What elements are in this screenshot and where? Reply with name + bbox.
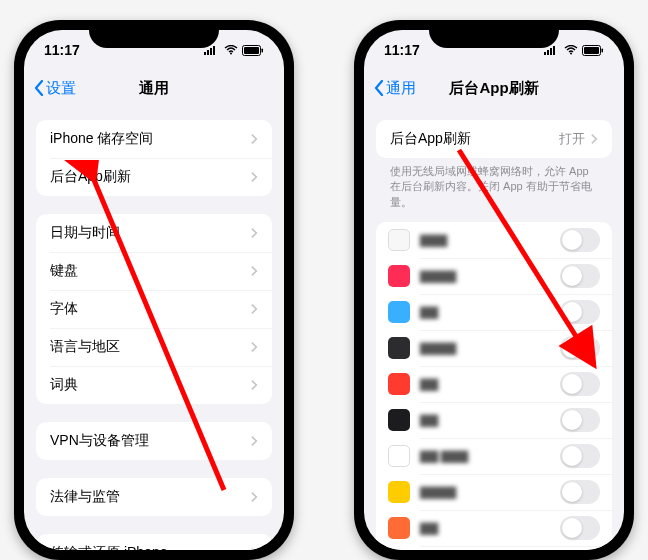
chevron-right-icon	[251, 379, 258, 391]
app-row: ▇▇▇▇	[376, 474, 612, 510]
back-label: 设置	[46, 79, 76, 98]
row-label: 后台App刷新	[390, 130, 559, 148]
settings-row[interactable]: 日期与时间	[36, 214, 272, 252]
svg-rect-1	[207, 50, 209, 55]
app-icon	[388, 229, 410, 251]
svg-rect-0	[204, 52, 206, 55]
status-time: 11:17	[384, 42, 420, 58]
app-icon	[388, 517, 410, 539]
nav-bar: 设置 通用	[24, 70, 284, 106]
row-label: 后台App刷新	[50, 168, 251, 186]
row-label: iPhone 储存空间	[50, 130, 251, 148]
screen-right: 11:17 通用 后台App刷新 后台App刷新 打开 使用无线局	[364, 30, 624, 550]
status-bar: 11:17	[364, 30, 624, 70]
row-label: 字体	[50, 300, 251, 318]
svg-rect-11	[550, 48, 552, 55]
back-button[interactable]: 设置	[34, 79, 76, 98]
app-row: ▇▇▇▇	[376, 258, 612, 294]
app-row: ▇▇	[376, 510, 612, 546]
svg-rect-9	[544, 52, 546, 55]
status-indicators	[204, 45, 264, 56]
svg-rect-7	[262, 48, 264, 52]
phone-left: 11:17 设置 通用 iPhone 储存空间后台App刷新日期与时间键盘字体语…	[14, 20, 294, 560]
app-row: ▇▇	[376, 402, 612, 438]
app-icon	[388, 337, 410, 359]
settings-row[interactable]: 传输或还原 iPhone	[36, 534, 272, 550]
app-icon	[388, 265, 410, 287]
settings-row[interactable]: 后台App刷新	[36, 158, 272, 196]
app-name: ▇▇	[420, 305, 560, 319]
nav-title: 后台App刷新	[449, 79, 538, 98]
app-icon	[388, 481, 410, 503]
app-toggle[interactable]	[560, 372, 600, 396]
chevron-right-icon	[251, 491, 258, 503]
settings-row[interactable]: iPhone 储存空间	[36, 120, 272, 158]
row-label: 键盘	[50, 262, 251, 280]
nav-title: 通用	[139, 79, 169, 98]
app-row: ▇▇ ▇▇▇	[376, 438, 612, 474]
settings-row[interactable]: 键盘	[36, 252, 272, 290]
settings-row[interactable]: 字体	[36, 290, 272, 328]
status-time: 11:17	[44, 42, 80, 58]
svg-rect-12	[553, 46, 555, 55]
nav-bar: 通用 后台App刷新	[364, 70, 624, 106]
app-row: ▇▇▇▇	[376, 546, 612, 550]
app-toggle[interactable]	[560, 264, 600, 288]
back-button[interactable]: 通用	[374, 79, 416, 98]
status-indicators	[544, 45, 604, 56]
app-toggle[interactable]	[560, 480, 600, 504]
app-icon	[388, 373, 410, 395]
app-name: ▇▇▇▇	[420, 485, 560, 499]
app-icon	[388, 301, 410, 323]
app-row: ▇▇▇	[376, 222, 612, 258]
svg-rect-10	[547, 50, 549, 55]
app-row: ▇▇	[376, 366, 612, 402]
settings-row[interactable]: 法律与监管	[36, 478, 272, 516]
content-area: 后台App刷新 打开 使用无线局域网或蜂窝网络时，允许 App 在后台刷新内容。…	[364, 106, 624, 550]
row-label: 语言与地区	[50, 338, 251, 356]
settings-row[interactable]: 语言与地区	[36, 328, 272, 366]
app-toggle[interactable]	[560, 516, 600, 540]
svg-point-13	[570, 53, 572, 55]
app-icon	[388, 409, 410, 431]
svg-rect-15	[584, 47, 599, 54]
chevron-right-icon	[251, 265, 258, 277]
svg-point-4	[230, 53, 232, 55]
app-toggle[interactable]	[560, 444, 600, 468]
svg-rect-16	[602, 48, 604, 52]
footer-text: 使用无线局域网或蜂窝网络时，允许 App 在后台刷新内容。关闭 App 有助于节…	[376, 158, 612, 210]
chevron-right-icon	[251, 341, 258, 353]
app-toggle[interactable]	[560, 408, 600, 432]
phone-right: 11:17 通用 后台App刷新 后台App刷新 打开 使用无线局	[354, 20, 634, 560]
svg-rect-6	[244, 47, 259, 54]
svg-rect-3	[213, 46, 215, 55]
app-toggle[interactable]	[560, 336, 600, 360]
chevron-right-icon	[251, 227, 258, 239]
app-toggle[interactable]	[560, 228, 600, 252]
svg-rect-2	[210, 48, 212, 55]
row-label: 法律与监管	[50, 488, 251, 506]
chevron-right-icon	[251, 133, 258, 145]
settings-row[interactable]: VPN与设备管理	[36, 422, 272, 460]
row-label: 传输或还原 iPhone	[50, 544, 251, 550]
settings-row[interactable]: 词典	[36, 366, 272, 404]
row-label: VPN与设备管理	[50, 432, 251, 450]
app-list: ▇▇▇▇▇▇▇▇▇▇▇▇▇▇▇▇▇▇▇ ▇▇▇▇▇▇▇▇▇▇▇▇▇▇▇▇▇▇▇▇…	[376, 222, 612, 550]
app-name: ▇▇▇▇	[420, 341, 560, 355]
app-name: ▇▇	[420, 413, 560, 427]
chevron-right-icon	[251, 303, 258, 315]
app-row: ▇▇	[376, 294, 612, 330]
chevron-right-icon	[251, 171, 258, 183]
back-label: 通用	[386, 79, 416, 98]
content-area: iPhone 储存空间后台App刷新日期与时间键盘字体语言与地区词典VPN与设备…	[24, 106, 284, 550]
app-name: ▇▇	[420, 521, 560, 535]
app-name: ▇▇ ▇▇▇	[420, 449, 560, 463]
row-label: 词典	[50, 376, 251, 394]
app-toggle[interactable]	[560, 300, 600, 324]
chevron-right-icon	[591, 133, 598, 145]
row-label: 日期与时间	[50, 224, 251, 242]
chevron-right-icon	[251, 547, 258, 550]
row-value: 打开	[559, 130, 585, 148]
background-refresh-row[interactable]: 后台App刷新 打开	[376, 120, 612, 158]
app-icon	[388, 445, 410, 467]
